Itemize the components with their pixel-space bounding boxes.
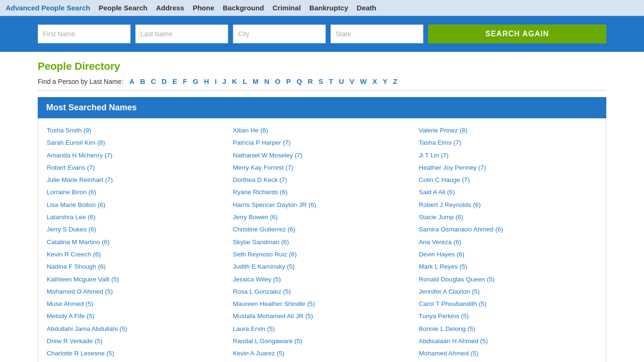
alpha-link-w[interactable]: W — [358, 77, 369, 85]
name-link[interactable]: Judith E Kaminsky (5) — [233, 261, 412, 272]
name-link[interactable]: Carol T Phoubandith (5) — [419, 298, 597, 310]
alpha-link-b[interactable]: B — [138, 77, 148, 85]
alpha-link-c[interactable]: C — [149, 77, 158, 85]
alpha-link-l[interactable]: L — [240, 77, 249, 85]
alpha-link-x[interactable]: X — [370, 77, 380, 85]
name-link[interactable]: Melody A Fife (5) — [47, 311, 225, 322]
name-link[interactable]: Sarah Eunsil Kim (8) — [47, 137, 225, 148]
alpha-link-j[interactable]: J — [220, 77, 229, 85]
name-link[interactable]: Skylar Sandman (6) — [233, 237, 412, 248]
name-link[interactable]: Samira Osmanaoo Ahmed (6) — [419, 224, 597, 235]
name-link[interactable]: Stacie Jump (6) — [419, 212, 597, 223]
alpha-link-g[interactable]: G — [190, 77, 201, 85]
name-link[interactable]: Patricia P Harper (7) — [233, 137, 412, 148]
name-link[interactable]: Latarshra Lee (6) — [47, 212, 225, 223]
city-input[interactable] — [233, 25, 326, 43]
name-link[interactable]: Rosa L Gonzalez (5) — [233, 286, 412, 297]
name-link[interactable]: Ji T Lin (7) — [419, 150, 597, 161]
alpha-link-i[interactable]: I — [212, 77, 219, 85]
name-link[interactable]: Lisa Marie Bolton (6) — [47, 199, 225, 211]
name-link[interactable]: Mark L Reyes (5) — [419, 261, 597, 272]
name-link[interactable]: Catalina M Martino (6) — [47, 237, 225, 248]
name-link[interactable]: Amanda H Mchenry (7) — [47, 150, 225, 161]
name-link[interactable]: Kevin R Creech (6) — [47, 249, 225, 260]
alpha-link-n[interactable]: N — [262, 77, 272, 85]
name-link[interactable]: Kathleen Mcguire Valli (5) — [47, 274, 225, 285]
first-name-input[interactable] — [38, 25, 131, 43]
alpha-link-f[interactable]: F — [181, 77, 190, 85]
name-link[interactable]: Jason I Cooper (5) — [47, 361, 225, 362]
state-input[interactable] — [330, 25, 423, 43]
alpha-link-z[interactable]: Z — [391, 77, 400, 85]
name-link[interactable]: Jerry Bowen (6) — [233, 212, 412, 223]
name-link[interactable]: Jessica Wiley (5) — [233, 274, 412, 285]
alpha-link-a[interactable]: A — [127, 77, 137, 85]
name-link[interactable]: Colin C Hauge (7) — [419, 174, 597, 186]
name-link[interactable]: Dorthea D Keck (7) — [233, 174, 412, 186]
name-link[interactable]: Harris Spencer Dayton JR (6) — [233, 199, 412, 211]
name-link[interactable]: Devin Hayes (6) — [419, 249, 597, 260]
name-link[interactable]: Tosha Smith (9) — [47, 125, 225, 136]
name-link[interactable]: Lorraine Biron (6) — [47, 187, 225, 198]
alpha-link-d[interactable]: D — [159, 77, 169, 85]
alpha-link-t[interactable]: T — [326, 77, 335, 85]
name-link[interactable]: Bonnie L Delong (5) — [419, 323, 597, 335]
alpha-link-y[interactable]: Y — [380, 77, 390, 85]
name-link[interactable]: Kevin A Juarez (5) — [233, 348, 412, 359]
name-link[interactable]: Meegan M Stamm (5) — [233, 361, 412, 362]
name-link[interactable]: Said A Ali (6) — [419, 187, 597, 198]
name-link[interactable]: Ana Vereza (6) — [419, 237, 597, 248]
name-link[interactable]: Nathaniel W Moseley (7) — [233, 150, 412, 161]
name-link[interactable]: Muse Ahmed (5) — [47, 298, 225, 310]
last-name-input[interactable] — [135, 25, 228, 43]
name-link[interactable]: Jerry S Dukes (6) — [47, 224, 225, 235]
nav-advanced-people-search[interactable]: Advanced People Search — [6, 4, 90, 12]
alpha-link-e[interactable]: E — [170, 77, 180, 85]
alpha-link-v[interactable]: V — [347, 77, 357, 85]
name-link[interactable]: Drew R Verkade (5) — [47, 336, 225, 347]
alpha-link-m[interactable]: M — [250, 77, 261, 85]
name-link[interactable]: Merry Kay Forrest (7) — [233, 162, 412, 173]
name-link[interactable]: Mohamed O Ahmed (5) — [47, 286, 225, 297]
name-link[interactable]: Anthony Joseph Ranalli JR (5) — [419, 361, 597, 362]
name-link[interactable]: Christine Gutierrez (6) — [233, 224, 412, 235]
nav-bankruptcy[interactable]: Bankruptcy — [309, 4, 348, 12]
nav-criminal[interactable]: Criminal — [272, 4, 301, 12]
name-link[interactable]: Abdullahi Jama Abdullahi (5) — [47, 323, 225, 335]
name-link[interactable]: Robert Evans (7) — [47, 162, 225, 173]
alpha-link-k[interactable]: K — [230, 77, 239, 85]
alpha-link-q[interactable]: Q — [294, 77, 305, 85]
nav-death[interactable]: Death — [357, 4, 377, 12]
name-link[interactable]: Maureen Heather Shindle (5) — [233, 298, 412, 310]
name-link[interactable]: Ronald Douglas Queen (5) — [419, 274, 597, 285]
name-link[interactable]: Xitian He (8) — [233, 125, 412, 136]
search-again-button[interactable]: SEARCH AGAIN — [428, 25, 606, 43]
nav-background[interactable]: Background — [223, 4, 264, 12]
alpha-link-u[interactable]: U — [337, 77, 347, 85]
name-link[interactable]: Ryane Richards (6) — [233, 187, 412, 198]
name-link[interactable]: Nadina F Shough (6) — [47, 261, 225, 272]
name-link[interactable]: Laura Ervin (5) — [233, 323, 412, 335]
name-link[interactable]: Tunya Perkins (5) — [419, 311, 597, 322]
name-link[interactable]: Robert J Reynolds (6) — [419, 199, 597, 211]
name-link[interactable]: Tasha Elms (7) — [419, 137, 597, 148]
nav-people-search[interactable]: People Search — [99, 4, 147, 12]
name-link[interactable]: Jennifer A Claxton (5) — [419, 286, 597, 297]
name-link[interactable]: Seth Reynoso Ruiz (6) — [233, 249, 412, 260]
name-link[interactable]: Julie Marie Reinhart (7) — [47, 174, 225, 186]
name-link[interactable]: Mustafa Mohamed Ali JR (5) — [233, 311, 412, 322]
name-link[interactable]: Abdisalaan H Ahmed (5) — [419, 336, 597, 347]
people-directory: People Directory Find a Person by Last N… — [0, 52, 644, 90]
name-link[interactable]: Randal L Gongaware (5) — [233, 336, 412, 347]
alpha-link-h[interactable]: H — [202, 77, 212, 85]
name-link[interactable]: Mohamed Ahmed (5) — [419, 348, 597, 359]
nav-address[interactable]: Address — [156, 4, 184, 12]
alpha-link-r[interactable]: R — [305, 77, 315, 85]
alpha-link-o[interactable]: O — [272, 77, 283, 85]
name-link[interactable]: Heather Joy Penney (7) — [419, 162, 597, 173]
alpha-link-p[interactable]: P — [284, 77, 293, 85]
name-link[interactable]: Valerie Prinez (8) — [419, 125, 597, 136]
name-link[interactable]: Charlotte R Lesesne (5) — [47, 348, 225, 359]
alpha-link-s[interactable]: S — [316, 77, 325, 85]
nav-phone[interactable]: Phone — [193, 4, 215, 12]
